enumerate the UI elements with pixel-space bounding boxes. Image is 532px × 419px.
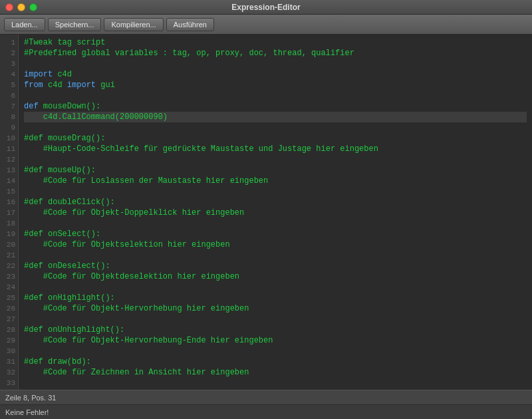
code-line-19: #def onSelect(): — [24, 229, 527, 239]
line-num-6: 6 — [0, 90, 18, 101]
code-line-2: #Predefined global variables : tag, op, … — [24, 48, 527, 59]
line-num-28: 28 — [0, 325, 18, 335]
error-message: Keine Fehler! — [5, 408, 49, 416]
code-line-18 — [24, 218, 527, 229]
window-controls — [5, 3, 37, 11]
line-num-2: 2 — [0, 48, 18, 59]
line-num-13: 13 — [0, 165, 18, 176]
code-line-16: #def doubleClick(): — [24, 197, 527, 208]
line-num-24: 24 — [0, 282, 18, 293]
line-num-23: 23 — [0, 271, 18, 282]
code-line-28: #def onUnhighlight(): — [24, 325, 527, 335]
code-line-13: #def mouseUp(): — [24, 165, 527, 176]
line-num-16: 16 — [0, 197, 18, 208]
code-area[interactable]: 1 2 3 4 5 6 7 8 9 10 11 12 13 14 15 16 1… — [0, 35, 532, 390]
code-line-7: def mouseDown(): — [24, 101, 527, 112]
line-num-12: 12 — [0, 154, 18, 165]
line-num-3: 3 — [0, 59, 18, 69]
line-num-10: 10 — [0, 133, 18, 144]
code-line-12 — [24, 154, 527, 165]
line-num-33: 33 — [0, 378, 18, 388]
status-bar: Zeile 8, Pos. 31 — [0, 390, 532, 404]
line-numbers: 1 2 3 4 5 6 7 8 9 10 11 12 13 14 15 16 1… — [0, 35, 19, 390]
code-content[interactable]: #Tweak tag script #Predefined global var… — [19, 35, 532, 390]
line-num-15: 15 — [0, 186, 18, 197]
line-num-5: 5 — [0, 80, 18, 90]
code-line-31: #def draw(bd): — [24, 356, 527, 367]
run-button[interactable]: Ausführen — [166, 18, 214, 31]
line-num-9: 9 — [0, 122, 18, 133]
compile-button[interactable]: Kompilieren... — [104, 18, 163, 31]
code-line-17: #Code für Objekt-Doppelklick hier eingeb… — [24, 208, 527, 218]
line-num-14: 14 — [0, 176, 18, 186]
line-num-26: 26 — [0, 303, 18, 314]
line-num-22: 22 — [0, 261, 18, 271]
line-num-25: 25 — [0, 293, 18, 303]
code-line-4: import c4d — [24, 69, 527, 80]
line-num-18: 18 — [0, 218, 18, 229]
window-title: Expression-Editor — [231, 3, 300, 12]
line-num-19: 19 — [0, 229, 18, 239]
line-num-8: 8 — [0, 112, 18, 122]
error-bar: Keine Fehler! — [0, 404, 532, 419]
line-num-7: 7 — [0, 101, 18, 112]
code-line-30 — [24, 346, 527, 356]
line-num-31: 31 — [0, 356, 18, 367]
code-line-23: #Code für Objektdeselektion hier eingebe… — [24, 271, 527, 282]
code-line-10: #def mouseDrag(): — [24, 133, 527, 144]
code-line-24 — [24, 282, 527, 293]
line-num-17: 17 — [0, 208, 18, 218]
line-num-34: 34 — [0, 388, 18, 390]
code-line-11: #Haupt-Code-Schleife für gedrückte Maust… — [24, 144, 527, 154]
code-line-3 — [24, 59, 527, 69]
line-num-32: 32 — [0, 367, 18, 378]
line-num-27: 27 — [0, 314, 18, 325]
line-num-29: 29 — [0, 335, 18, 346]
code-line-8: c4d.CallCommand(200000090) — [24, 112, 527, 122]
code-line-25: #def onHighlight(): — [24, 293, 527, 303]
line-num-4: 4 — [0, 69, 18, 80]
code-line-15 — [24, 186, 527, 197]
cursor-position: Zeile 8, Pos. 31 — [5, 394, 56, 402]
code-line-9 — [24, 122, 527, 133]
code-line-6 — [24, 90, 527, 101]
toolbar: Laden... Speichern... Kompilieren... Aus… — [0, 15, 532, 35]
line-num-20: 20 — [0, 239, 18, 250]
code-line-20: #Code für Objektselektion hier eingeben — [24, 239, 527, 250]
load-button[interactable]: Laden... — [4, 18, 45, 31]
code-line-26: #Code für Objekt-Hervorhebung hier einge… — [24, 303, 527, 314]
code-line-22: #def onDeselect(): — [24, 261, 527, 271]
minimize-button[interactable] — [17, 3, 25, 11]
save-button[interactable]: Speichern... — [48, 18, 102, 31]
line-num-11: 11 — [0, 144, 18, 154]
code-line-14: #Code für Loslassen der Maustaste hier e… — [24, 176, 527, 186]
code-line-21 — [24, 250, 527, 261]
line-num-30: 30 — [0, 346, 18, 356]
line-num-21: 21 — [0, 250, 18, 261]
title-bar: Expression-Editor — [0, 0, 532, 15]
code-line-29: #Code für Objekt-Hervorhebung-Ende hier … — [24, 335, 527, 346]
line-num-1: 1 — [0, 37, 18, 48]
editor-container: 1 2 3 4 5 6 7 8 9 10 11 12 13 14 15 16 1… — [0, 35, 532, 390]
code-line-5: from c4d import gui — [24, 80, 527, 90]
code-line-1: #Tweak tag script — [24, 37, 527, 48]
code-line-33 — [24, 378, 527, 388]
code-line-34: #def message(id, data): — [24, 388, 527, 390]
maximize-button[interactable] — [29, 3, 37, 11]
code-line-32: #Code für Zeichnen in Ansicht hier einge… — [24, 367, 527, 378]
code-line-27 — [24, 314, 527, 325]
close-button[interactable] — [5, 3, 13, 11]
